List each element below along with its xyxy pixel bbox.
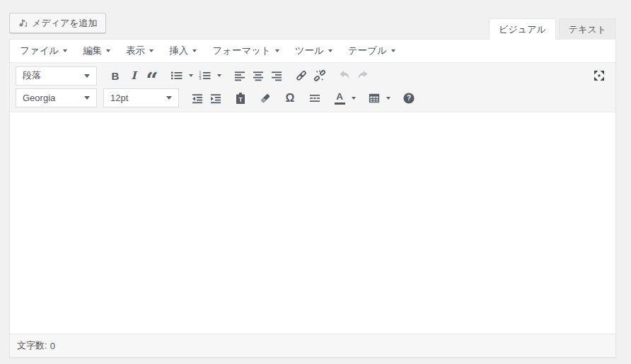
menu-file-label: ファイル	[20, 45, 59, 57]
menu-edit-label: 編集	[83, 45, 102, 57]
bold-icon: B	[112, 70, 120, 82]
add-media-icon	[18, 18, 28, 28]
special-character-group: Ω	[281, 89, 299, 107]
indent-button[interactable]	[207, 89, 225, 107]
tab-visual[interactable]: ビジュアル	[489, 18, 556, 40]
numbered-list-button[interactable]: 1 2 3	[196, 66, 214, 85]
word-count-label: 文字数:	[17, 339, 47, 352]
chevron-down-icon	[149, 49, 154, 52]
menu-file[interactable]: ファイル	[14, 41, 73, 61]
chevron-down-icon	[391, 49, 395, 52]
menu-table-label: テーブル	[348, 45, 387, 57]
menu-insert-label: 挿入	[169, 45, 188, 57]
chevron-down-icon	[275, 49, 279, 52]
chevron-down-icon	[217, 74, 221, 77]
menu-insert[interactable]: 挿入	[163, 41, 202, 61]
eraser-icon	[258, 91, 272, 105]
remove-format-button[interactable]	[256, 89, 274, 107]
editor-mode-tabs: ビジュアル テキスト	[489, 18, 616, 40]
chevron-down-icon	[386, 97, 390, 100]
tab-visual-label: ビジュアル	[499, 24, 546, 35]
omega-icon: Ω	[286, 92, 295, 105]
horizontal-rule-group	[306, 89, 324, 107]
svg-text:T: T	[238, 96, 243, 103]
chevron-down-icon	[352, 97, 356, 100]
table-icon	[367, 91, 381, 105]
block-format-select[interactable]: 段落	[16, 66, 97, 86]
table-dropdown[interactable]	[383, 89, 393, 107]
horizontal-rule-icon	[308, 91, 322, 105]
outdent-icon	[190, 91, 204, 105]
bold-button[interactable]: B	[106, 66, 125, 85]
align-center-icon	[251, 69, 265, 83]
help-group: ?	[400, 89, 418, 107]
editor-top-bar: メディアを追加 ビジュアル テキスト	[9, 13, 616, 39]
blockquote-icon: “	[146, 67, 158, 84]
align-left-button[interactable]	[231, 66, 249, 85]
add-media-label: メディアを追加	[32, 17, 98, 30]
chevron-down-icon	[63, 49, 67, 52]
horizontal-rule-button[interactable]	[306, 89, 324, 107]
chevron-down-icon	[192, 49, 197, 52]
italic-button[interactable]: I	[125, 66, 143, 85]
editor-content[interactable]	[10, 112, 615, 334]
link-group	[292, 66, 329, 85]
text-color-group: A	[330, 89, 359, 107]
toolbar-row-2: Georgia 12pt	[10, 87, 615, 112]
chevron-down-icon	[189, 74, 193, 77]
menu-view[interactable]: 表示	[120, 41, 159, 61]
tab-text-label: テキスト	[569, 24, 606, 35]
align-left-icon	[233, 69, 247, 83]
bullet-list-button[interactable]	[168, 66, 186, 85]
font-family-value: Georgia	[23, 93, 55, 103]
numbered-list-dropdown[interactable]	[214, 66, 224, 85]
font-size-value: 12pt	[110, 93, 128, 103]
font-family-select[interactable]: Georgia	[16, 88, 97, 107]
menu-format[interactable]: フォーマット	[207, 41, 285, 61]
editor-container: ファイル 編集 表示 挿入 フォーマット ツール	[9, 39, 616, 358]
text-color-dropdown[interactable]	[349, 89, 359, 107]
link-icon	[294, 69, 308, 83]
block-format-value: 段落	[23, 69, 41, 82]
font-size-select[interactable]: 12pt	[103, 88, 179, 107]
fullscreen-button[interactable]	[590, 66, 608, 85]
tab-text[interactable]: テキスト	[559, 18, 616, 40]
paste-as-text-group: T	[231, 89, 250, 107]
add-media-button[interactable]: メディアを追加	[9, 13, 106, 33]
link-button[interactable]	[292, 66, 311, 85]
remove-format-group	[256, 89, 274, 107]
blockquote-button[interactable]: “	[143, 66, 161, 85]
menu-edit[interactable]: 編集	[77, 41, 116, 61]
editor-wrap: メディアを追加 ビジュアル テキスト ファイル 編集 表示	[9, 13, 616, 358]
menu-table[interactable]: テーブル	[342, 41, 401, 61]
unlink-button[interactable]	[311, 66, 329, 85]
text-color-button[interactable]: A	[330, 89, 349, 107]
paste-as-text-button[interactable]: T	[231, 89, 250, 107]
fullscreen-icon	[592, 69, 606, 83]
history-group	[335, 66, 372, 85]
italic-icon: I	[131, 69, 136, 82]
bullet-list-dropdown[interactable]	[186, 66, 196, 85]
menu-view-label: 表示	[126, 45, 145, 57]
chevron-down-icon	[328, 49, 332, 52]
help-button[interactable]: ?	[400, 89, 418, 107]
align-center-button[interactable]	[249, 66, 267, 85]
chevron-down-icon	[166, 96, 172, 100]
menu-tools[interactable]: ツール	[289, 41, 338, 61]
unlink-icon	[313, 69, 327, 83]
indent-icon	[209, 91, 223, 105]
undo-button[interactable]	[335, 66, 354, 85]
outdent-button[interactable]	[188, 89, 207, 107]
undo-icon	[337, 69, 352, 83]
indent-group	[188, 89, 225, 107]
chevron-down-icon	[84, 74, 90, 78]
redo-button[interactable]	[354, 66, 372, 85]
special-character-button[interactable]: Ω	[281, 89, 299, 107]
menu-format-label: フォーマット	[212, 45, 271, 57]
bullet-list-icon	[170, 69, 184, 83]
text-color-icon: A	[335, 92, 345, 105]
redo-icon	[356, 69, 370, 83]
chevron-down-icon	[106, 49, 110, 52]
table-button[interactable]	[365, 89, 383, 107]
align-right-button[interactable]	[267, 66, 286, 85]
